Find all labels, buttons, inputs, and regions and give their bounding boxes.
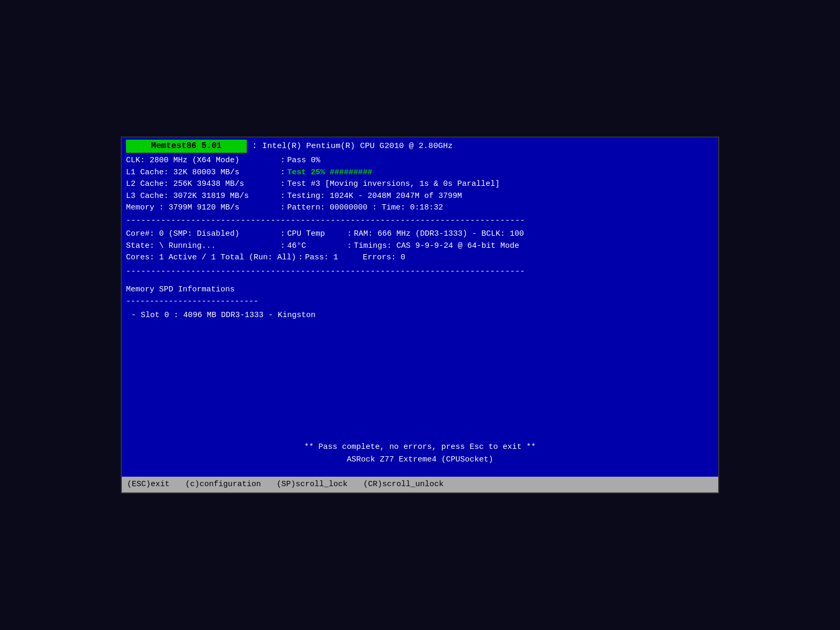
spd-item-0: - Slot 0 : 4096 MB DDR3-1333 - Kingston bbox=[126, 310, 714, 321]
sep-4: : bbox=[280, 202, 285, 214]
timings-info: Timings: CAS 9-9-9-24 @ 64-bit Mode bbox=[354, 240, 714, 253]
cpu-info: Intel(R) Pentium(R) CPU G2010 @ 2.80GHz bbox=[262, 140, 453, 152]
sep-0: : bbox=[280, 155, 285, 167]
app-title: Memtest86 5.01 bbox=[126, 140, 247, 153]
spd-divider: ---------------------------- bbox=[126, 296, 714, 308]
memory-info: Memory : 3799M 9120 MB/s bbox=[126, 202, 278, 214]
key-config[interactable]: (c)configuration bbox=[185, 479, 261, 490]
l1-cache: L1 Cache: 32K 80003 MB/s bbox=[126, 167, 278, 179]
key-scroll-unlock[interactable]: (CR)scroll_unlock bbox=[363, 479, 444, 490]
clk-info: CLK: 2800 MHz (X64 Mode) bbox=[126, 155, 278, 167]
motherboard-info: ASRock Z77 Extreme4 (CPUSocket) bbox=[122, 454, 718, 466]
info-row-4: Memory : 3799M 9120 MB/s : Pattern: 0000… bbox=[126, 202, 714, 214]
sep-3: : bbox=[280, 191, 285, 203]
testing-range: Testing: 1024K - 2048M 2047M of 3799M bbox=[287, 191, 714, 203]
info-row-2: L2 Cache: 256K 39438 MB/s : Test #3 [Mov… bbox=[126, 178, 714, 191]
bottom-bar: (ESC)exit (c)configuration (SP)scroll_lo… bbox=[122, 477, 718, 492]
info-row-3: L3 Cache: 3072K 31819 MB/s : Testing: 10… bbox=[126, 191, 714, 203]
pass-complete-msg: ** Pass complete, no errors, press Esc t… bbox=[122, 441, 718, 454]
stats-row-2: Cores: 1 Active / 1 Total (Run: All) : P… bbox=[126, 252, 714, 264]
screen-content: Memtest86 5.01 : Intel(R) Pentium(R) CPU… bbox=[122, 138, 718, 492]
test-progress: Test 25% ######### bbox=[287, 167, 714, 179]
pattern-time: Pattern: 00000000 : Time: 0:18:32 bbox=[287, 202, 714, 214]
divider-1: ----------------------------------------… bbox=[122, 214, 718, 228]
key-scroll-lock[interactable]: (SP)scroll_lock bbox=[277, 479, 348, 490]
info-rows: CLK: 2800 MHz (X64 Mode) : Pass 0% L1 Ca… bbox=[122, 155, 718, 214]
stats-sep-0b: : bbox=[347, 228, 352, 240]
l3-cache: L3 Cache: 3072K 31819 MB/s bbox=[126, 191, 278, 203]
pass-info: Pass 0% bbox=[287, 155, 714, 167]
stats-sep-0: : bbox=[280, 228, 285, 240]
divider-2: ----------------------------------------… bbox=[122, 265, 718, 279]
stats-sep-2: : bbox=[298, 252, 303, 264]
cpu-temp-value: 46°C bbox=[287, 240, 345, 253]
cpu-temp-label: CPU Temp bbox=[287, 228, 345, 240]
pass-complete-section: ** Pass complete, no errors, press Esc t… bbox=[122, 441, 718, 466]
spd-section: Memory SPD Informations ----------------… bbox=[122, 279, 718, 323]
screen: Memtest86 5.01 : Intel(R) Pentium(R) CPU… bbox=[121, 136, 719, 494]
stats-row-1: State: \ Running... : 46°C : Timings: CA… bbox=[126, 240, 714, 253]
ram-info: RAM: 666 MHz (DDR3-1333) - BCLK: 100 bbox=[354, 228, 714, 240]
errors-info: Errors: 0 bbox=[363, 252, 714, 264]
l2-cache: L2 Cache: 256K 39438 MB/s bbox=[126, 178, 278, 191]
key-esc[interactable]: (ESC)exit bbox=[127, 479, 170, 490]
header-row: Memtest86 5.01 : Intel(R) Pentium(R) CPU… bbox=[122, 138, 718, 155]
cores-info: Cores: 1 Active / 1 Total (Run: All) bbox=[126, 252, 296, 264]
state-info: State: \ Running... bbox=[126, 240, 278, 253]
stats-row-0: Core#: 0 (SMP: Disabled) : CPU Temp : RA… bbox=[126, 228, 714, 240]
spd-title: Memory SPD Informations bbox=[126, 284, 714, 296]
sep-2: : bbox=[280, 178, 285, 191]
stats-sep-1b: : bbox=[347, 240, 352, 253]
core-info: Core#: 0 (SMP: Disabled) bbox=[126, 228, 278, 240]
info-row-1: L1 Cache: 32K 80003 MB/s : Test 25% ####… bbox=[126, 167, 714, 179]
pass-label: Pass: 1 bbox=[305, 252, 363, 264]
stats-section: Core#: 0 (SMP: Disabled) : CPU Temp : RA… bbox=[122, 227, 718, 265]
info-row-0: CLK: 2800 MHz (X64 Mode) : Pass 0% bbox=[126, 155, 714, 167]
sep-1: : bbox=[280, 167, 285, 179]
stats-sep-1: : bbox=[280, 240, 285, 253]
test-info: Test #3 [Moving inversions, 1s & 0s Para… bbox=[287, 178, 714, 191]
header-divider: : bbox=[252, 140, 257, 152]
